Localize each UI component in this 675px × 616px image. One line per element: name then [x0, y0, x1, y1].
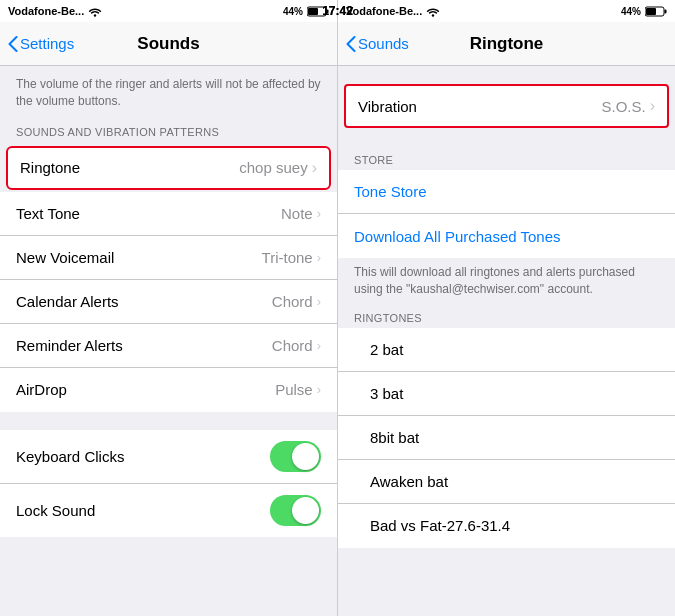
ringtone-item-label-1: 3 bat	[370, 385, 403, 402]
wifi-icon-right	[426, 6, 440, 17]
nav-title-left: Sounds	[137, 34, 199, 54]
wifi-icon-left	[88, 6, 102, 17]
new-voicemail-label: New Voicemail	[16, 249, 114, 266]
vibration-value: S.O.S.	[601, 98, 645, 115]
toggles-table: Keyboard Clicks Lock Sound	[0, 430, 337, 537]
text-tone-right: Note ›	[281, 205, 321, 222]
svg-rect-7	[646, 8, 656, 15]
ringtone-item-label-0: 2 bat	[370, 341, 403, 358]
ringtone-item-3[interactable]: Awaken bat	[338, 460, 675, 504]
status-left-right: Vodafone-Be...	[346, 5, 440, 17]
airdrop-right: Pulse ›	[275, 381, 321, 398]
tone-store-label: Tone Store	[354, 183, 427, 200]
calendar-alerts-right: Chord ›	[272, 293, 321, 310]
status-left: Vodafone-Be...	[8, 5, 102, 17]
lock-sound-toggle[interactable]	[270, 495, 321, 526]
reminder-alerts-row[interactable]: Reminder Alerts Chord ›	[0, 324, 337, 368]
svg-rect-3	[308, 8, 318, 15]
nav-title-right: Ringtone	[470, 34, 544, 54]
svg-point-0	[94, 14, 96, 16]
vibration-label: Vibration	[358, 98, 417, 115]
sounds-table: Text Tone Note › New Voicemail Tri-tone …	[0, 192, 337, 412]
content-left: The volume of the ringer and alerts will…	[0, 66, 337, 616]
info-text: The volume of the ringer and alerts will…	[0, 66, 337, 120]
ringtone-item-0[interactable]: 2 bat	[338, 328, 675, 372]
ringtone-item-4[interactable]: Bad vs Fat-27.6-31.4	[338, 504, 675, 548]
download-label: Download All Purchased Tones	[354, 228, 561, 245]
ringtone-item-label-3: Awaken bat	[370, 473, 448, 490]
new-voicemail-chevron: ›	[317, 250, 321, 265]
status-right-right: 44%	[621, 6, 667, 17]
new-voicemail-row[interactable]: New Voicemail Tri-tone ›	[0, 236, 337, 280]
keyboard-clicks-toggle[interactable]	[270, 441, 321, 472]
reminder-alerts-label: Reminder Alerts	[16, 337, 123, 354]
store-section-header: Store	[338, 148, 675, 170]
status-bar-right: Vodafone-Be... 17:42 44%	[338, 0, 675, 22]
vibration-right: S.O.S. ›	[601, 97, 655, 115]
ringtone-label: Ringtone	[20, 159, 80, 176]
keyboard-clicks-label: Keyboard Clicks	[16, 448, 124, 465]
battery-left: 44%	[283, 6, 303, 17]
ringtone-item-label-2: 8bit bat	[370, 429, 419, 446]
ringtones-table: 2 bat 3 bat 8bit bat Awaken bat Bad vs F…	[338, 328, 675, 548]
text-tone-chevron: ›	[317, 206, 321, 221]
ringtone-value-right: chop suey ›	[239, 159, 317, 177]
airdrop-label: AirDrop	[16, 381, 67, 398]
calendar-alerts-chevron: ›	[317, 294, 321, 309]
left-phone: Vodafone-Be... 17:42 44% Settings Sounds	[0, 0, 337, 616]
status-bar-left: Vodafone-Be... 17:42 44%	[0, 0, 337, 22]
ringtone-item-2[interactable]: 8bit bat	[338, 416, 675, 460]
back-button-left[interactable]: Settings	[8, 35, 74, 52]
lock-sound-label: Lock Sound	[16, 502, 95, 519]
svg-point-4	[432, 14, 434, 16]
vibration-row[interactable]: Vibration S.O.S. ›	[344, 84, 669, 128]
top-spacer	[338, 66, 675, 76]
spacer2	[338, 136, 675, 148]
right-phone: Vodafone-Be... 17:42 44% Sounds Ringtone	[337, 0, 675, 616]
back-chevron-icon-right	[346, 36, 356, 52]
svg-rect-6	[665, 9, 667, 13]
reminder-alerts-right: Chord ›	[272, 337, 321, 354]
download-info-container: This will download all ringtones and ale…	[338, 258, 675, 306]
download-row[interactable]: Download All Purchased Tones	[338, 214, 675, 258]
battery-icon-right	[645, 6, 667, 17]
calendar-alerts-row[interactable]: Calendar Alerts Chord ›	[0, 280, 337, 324]
ringtone-chevron: ›	[312, 159, 317, 177]
calendar-alerts-label: Calendar Alerts	[16, 293, 119, 310]
nav-bar-left: Settings Sounds	[0, 22, 337, 66]
content-right: Vibration S.O.S. › Store Tone Store Down…	[338, 66, 675, 616]
back-label-left: Settings	[20, 35, 74, 52]
lock-sound-row[interactable]: Lock Sound	[0, 484, 337, 537]
nav-bar-right: Sounds Ringtone	[338, 22, 675, 66]
ringtone-item-label-4: Bad vs Fat-27.6-31.4	[370, 517, 510, 534]
text-tone-label: Text Tone	[16, 205, 80, 222]
back-button-right[interactable]: Sounds	[346, 35, 409, 52]
section-sounds-header: Sounds and Vibration Patterns	[0, 120, 337, 142]
reminder-alerts-chevron: ›	[317, 338, 321, 353]
vibration-chevron: ›	[650, 97, 655, 115]
carrier-right: Vodafone-Be...	[346, 5, 422, 17]
battery-right: 44%	[621, 6, 641, 17]
ringtone-item-1[interactable]: 3 bat	[338, 372, 675, 416]
new-voicemail-right: Tri-tone ›	[262, 249, 321, 266]
airdrop-chevron: ›	[317, 382, 321, 397]
airdrop-row[interactable]: AirDrop Pulse ›	[0, 368, 337, 412]
text-tone-row[interactable]: Text Tone Note ›	[0, 192, 337, 236]
keyboard-clicks-row[interactable]: Keyboard Clicks	[0, 430, 337, 484]
ringtones-section-header: Ringtones	[338, 306, 675, 328]
download-info-text: This will download all ringtones and ale…	[354, 264, 659, 298]
back-label-right: Sounds	[358, 35, 409, 52]
store-table: Tone Store Download All Purchased Tones	[338, 170, 675, 258]
back-chevron-icon-left	[8, 36, 18, 52]
time-right: 17:42	[337, 4, 353, 18]
tone-store-row[interactable]: Tone Store	[338, 170, 675, 214]
separator-space	[0, 412, 337, 430]
ringtone-row[interactable]: Ringtone chop suey ›	[6, 146, 331, 190]
carrier-left: Vodafone-Be...	[8, 5, 84, 17]
